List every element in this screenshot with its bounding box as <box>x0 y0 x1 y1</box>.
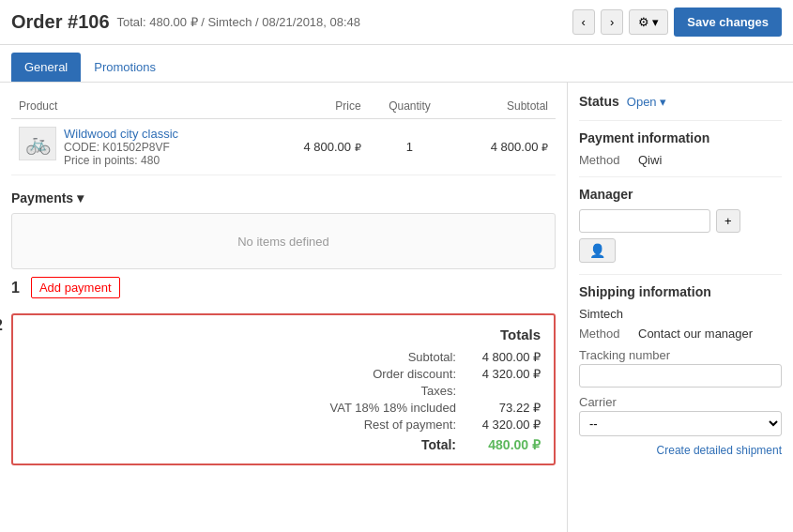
status-label: Status <box>579 94 619 109</box>
payments-title: Payments <box>11 190 73 205</box>
col-subtotal: Subtotal <box>450 94 556 119</box>
status-dropdown-icon: ▾ <box>660 95 666 109</box>
product-points: Price in points: 480 <box>64 154 178 167</box>
tab-promotions[interactable]: Promotions <box>81 53 169 82</box>
create-shipment-link[interactable]: Create detailed shipment <box>579 444 782 457</box>
add-payment-link[interactable]: Add payment <box>31 277 120 298</box>
divider-2 <box>579 176 782 177</box>
header-meta-total: Total: 480.00 ₽ / Simtech / 08/21/2018, … <box>117 15 361 29</box>
tracking-field: Tracking number <box>579 348 782 388</box>
shipping-info-title: Shipping information <box>579 284 782 299</box>
manager-input[interactable] <box>579 209 710 233</box>
tracking-input[interactable] <box>579 364 782 388</box>
manager-add-button[interactable]: + <box>716 209 740 233</box>
page-header: Order #106 Total: 480.00 ₽ / Simtech / 0… <box>0 0 793 45</box>
prev-order-button[interactable]: ‹ <box>572 9 595 35</box>
gear-dropdown-icon: ▾ <box>652 15 659 29</box>
header-right: ‹ › ⚙ ▾ Save changes <box>572 8 782 37</box>
status-dropdown[interactable]: Open ▾ <box>627 95 666 109</box>
totals-vat-row: VAT 18% 18% included 73.22 ₽ <box>26 401 541 415</box>
product-code: CODE: K01502P8VF <box>64 141 178 154</box>
no-items-text: No items defined <box>237 235 329 249</box>
status-section: Status Open ▾ <box>579 94 782 109</box>
ship-method-label: Method <box>579 327 631 341</box>
shipper-name: Simtech <box>579 307 782 321</box>
product-table: Product Price Quantity Subtotal 🚲 Wi <box>11 94 556 175</box>
left-panel: Product Price Quantity Subtotal 🚲 Wi <box>0 83 568 532</box>
save-changes-button[interactable]: Save changes <box>674 8 782 37</box>
tab-general[interactable]: General <box>11 53 81 82</box>
product-subtotal: 4 800.00 ₽ <box>450 119 556 175</box>
totals-wrapper: 2 Totals Subtotal: 4 800.00 ₽ Order disc… <box>11 313 556 465</box>
carrier-select[interactable]: -- <box>579 411 782 436</box>
totals-discount-row: Order discount: 4 320.00 ₽ <box>26 367 541 381</box>
method-label: Method <box>579 153 631 167</box>
step1-marker: 1 <box>11 280 20 296</box>
page-title: Order #106 <box>11 11 110 33</box>
manager-title: Manager <box>579 187 782 202</box>
totals-subtotal-row: Subtotal: 4 800.00 ₽ <box>26 350 541 364</box>
header-left: Order #106 Total: 480.00 ₽ / Simtech / 0… <box>11 11 360 33</box>
payments-section: Payments ▾ No items defined 1 Add paymen… <box>11 190 556 298</box>
payments-footer: 1 Add payment <box>11 277 556 298</box>
product-quantity: 1 <box>369 119 451 175</box>
method-value: Qiwi <box>638 153 662 167</box>
product-thumbnail: 🚲 <box>19 127 56 160</box>
bike-icon: 🚲 <box>25 131 51 156</box>
col-price: Price <box>264 94 369 119</box>
gear-icon: ⚙ <box>638 15 649 29</box>
manager-input-row: + <box>579 209 782 233</box>
ship-method-row: Method Contact our manager <box>579 327 782 341</box>
tab-bar: General Promotions <box>0 45 793 83</box>
totals-rest-row: Rest of payment: 4 320.00 ₽ <box>26 418 541 432</box>
payments-box: No items defined <box>11 213 556 269</box>
payment-info-title: Payment information <box>579 130 782 145</box>
right-panel: Status Open ▾ Payment information Method… <box>568 83 793 532</box>
divider-1 <box>579 120 782 121</box>
product-cell: 🚲 Wildwood city classic CODE: K01502P8VF… <box>11 119 264 175</box>
product-price: 4 800.00 ₽ <box>264 119 369 175</box>
carrier-label: Carrier <box>579 395 782 409</box>
totals-taxes-row: Taxes: <box>26 384 541 398</box>
totals-total-row: Total: 480.00 ₽ <box>26 437 541 452</box>
step2-marker: 2 <box>0 317 3 334</box>
user-icon: 👤 <box>589 243 605 258</box>
payment-method-row: Method Qiwi <box>579 153 782 167</box>
manager-section: Manager + 👤 <box>579 187 782 263</box>
payments-dropdown-icon: ▾ <box>77 190 84 205</box>
shipping-section: Shipping information Simtech Method Cont… <box>579 284 782 457</box>
settings-button[interactable]: ⚙ ▾ <box>629 9 668 35</box>
ship-method-value: Contact our manager <box>638 327 753 341</box>
table-row: 🚲 Wildwood city classic CODE: K01502P8VF… <box>11 119 556 175</box>
col-product: Product <box>11 94 264 119</box>
totals-title: Totals <box>26 327 541 342</box>
next-order-button[interactable]: › <box>601 9 623 35</box>
col-quantity: Quantity <box>369 94 451 119</box>
manager-user-button[interactable]: 👤 <box>579 238 616 263</box>
totals-box: Totals Subtotal: 4 800.00 ₽ Order discou… <box>11 313 556 465</box>
product-name-link[interactable]: Wildwood city classic <box>64 127 178 141</box>
tracking-label: Tracking number <box>579 348 782 362</box>
divider-3 <box>579 274 782 275</box>
carrier-field: Carrier -- <box>579 395 782 436</box>
product-info: Wildwood city classic CODE: K01502P8VF P… <box>64 127 178 167</box>
main-content: Product Price Quantity Subtotal 🚲 Wi <box>0 83 793 532</box>
payments-header: Payments ▾ <box>11 190 556 205</box>
